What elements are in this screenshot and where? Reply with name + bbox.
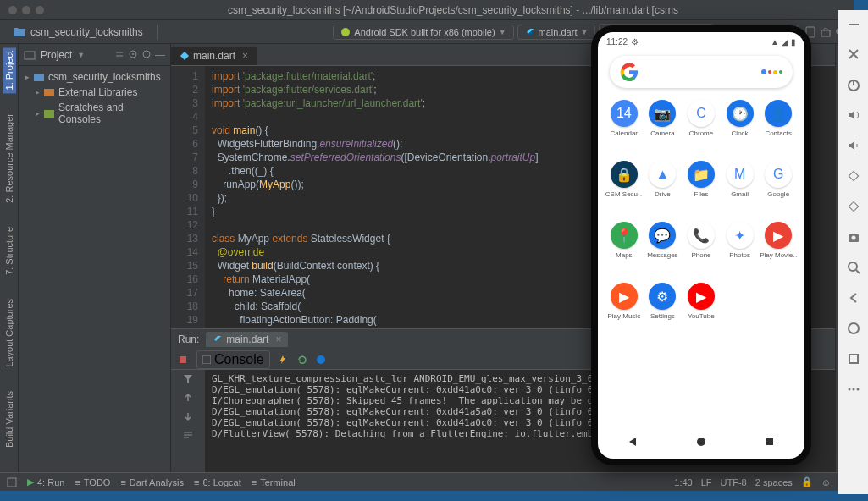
rail-tab--structure[interactable]: 7: Structure <box>3 223 16 278</box>
lib-icon <box>43 86 55 98</box>
close-window-button[interactable] <box>8 6 17 14</box>
app-label: Google <box>767 190 789 198</box>
home-button[interactable] <box>695 436 707 448</box>
title-bar: csm_security_locksmiths [~/AndroidStudio… <box>0 0 854 20</box>
svg-rect-17 <box>180 356 186 363</box>
traffic-lights <box>0 6 53 14</box>
console-tab[interactable]: Console <box>196 350 270 369</box>
sdk-manager-button[interactable] <box>820 26 832 38</box>
device-dropdown[interactable]: Android SDK built for x86 (mobile) ▼ <box>333 25 513 40</box>
maximize-window-button[interactable] <box>36 6 44 14</box>
app-maps[interactable]: 📍Maps <box>605 222 644 279</box>
lock-icon[interactable]: 🔒 <box>801 476 813 487</box>
camera-icon <box>846 229 861 245</box>
app-youtube[interactable]: ▶YouTube <box>682 283 721 340</box>
app-files[interactable]: 📁Files <box>682 161 721 218</box>
filter-icon[interactable] <box>182 373 194 385</box>
project-panel-header[interactable]: Project ▼ — <box>19 44 170 66</box>
emulator-screen[interactable]: 11:22 ⚙ ▲ ◢ ▮ 14Calendar📷CameraCChrome🕐C… <box>598 32 804 459</box>
face-icon[interactable]: ☺ <box>821 477 831 487</box>
app-phone[interactable]: 📞Phone <box>682 222 721 279</box>
restart-icon[interactable] <box>297 355 307 365</box>
app-settings[interactable]: ⚙Settings <box>644 283 683 340</box>
google-search-bar[interactable] <box>610 56 793 88</box>
console-icon <box>202 355 211 364</box>
minimize-window-button[interactable] <box>22 6 30 14</box>
app-camera[interactable]: 📷Camera <box>644 100 683 157</box>
aim-icon[interactable] <box>128 49 138 59</box>
app-csm-secu-[interactable]: 🔒CSM Secu… <box>605 161 644 218</box>
close-icon[interactable]: × <box>275 333 281 345</box>
hide-panel-button[interactable]: — <box>155 49 165 61</box>
rail-tab-layout-captures[interactable]: Layout Captures <box>3 295 16 371</box>
emu-tool-more[interactable] <box>845 381 862 398</box>
devtools-icon[interactable] <box>316 355 326 365</box>
status-info[interactable]: 1:40 <box>674 477 692 487</box>
emu-tool-rotate-left[interactable] <box>845 168 862 184</box>
tool-windows-icon[interactable] <box>7 477 17 487</box>
emu-tool-rotate-right[interactable] <box>845 198 862 215</box>
app-chrome[interactable]: CChrome <box>682 100 721 157</box>
app-photos[interactable]: ✦Photos <box>721 222 760 279</box>
emu-tool-overview[interactable] <box>845 350 862 367</box>
gear-icon[interactable] <box>141 49 152 59</box>
emu-tool-power[interactable] <box>845 76 862 93</box>
stop-icon[interactable] <box>178 355 188 365</box>
status-info[interactable]: LF <box>701 477 712 487</box>
status-tab--run[interactable]: ▶ 4: Run <box>27 476 64 487</box>
emu-tool-back[interactable] <box>845 289 862 306</box>
status-tab-dart-analysis[interactable]: ≡ Dart Analysis <box>120 476 184 487</box>
back-button[interactable] <box>627 436 639 448</box>
app-calendar[interactable]: 14Calendar <box>605 100 644 157</box>
emu-tool-volume-up[interactable] <box>845 107 862 124</box>
up-icon[interactable] <box>182 392 194 404</box>
tree-item[interactable]: ▸External Libraries <box>22 85 167 100</box>
app-play-music[interactable]: ▶Play Music <box>605 283 644 340</box>
emu-tool-zoom[interactable] <box>845 259 862 276</box>
chevron-down-icon: ▼ <box>580 28 588 36</box>
down-icon[interactable] <box>182 410 194 422</box>
back-icon <box>846 290 861 306</box>
android-status-bar: 11:22 ⚙ ▲ ◢ ▮ <box>598 32 804 51</box>
assistant-icon[interactable] <box>761 69 782 74</box>
rail-tab-build-variants[interactable]: Build Variants <box>3 388 16 451</box>
rail-tab--project[interactable]: 1: Project <box>3 47 16 93</box>
collapse-icon[interactable] <box>114 49 124 59</box>
app-gmail[interactable]: MGmail <box>721 161 760 218</box>
file-tab-main[interactable]: main.dart × <box>171 47 257 65</box>
app-google[interactable]: GGoogle <box>759 161 798 218</box>
overview-button[interactable] <box>764 436 776 448</box>
app-label: Photos <box>729 251 750 259</box>
status-info[interactable]: UTF-8 <box>721 477 747 487</box>
wrap-icon[interactable] <box>182 429 194 441</box>
app-label: Gmail <box>731 190 749 198</box>
close-tab-icon[interactable]: × <box>242 50 248 62</box>
app-contacts[interactable]: 👤Contacts <box>759 100 798 157</box>
emu-tool-minimize[interactable] <box>845 15 862 32</box>
status-info[interactable]: 2 spaces <box>755 477 793 487</box>
rail-tab--resource-manager[interactable]: 2: Resource Manager <box>3 110 16 206</box>
tree-item[interactable]: ▸csm_security_locksmiths <box>22 69 167 85</box>
svg-point-33 <box>856 388 859 391</box>
app-icon: G <box>765 161 792 188</box>
app-play-movie-[interactable]: ▶Play Movie… <box>759 222 798 279</box>
run-tab[interactable]: main.dart × <box>206 332 288 347</box>
svg-point-31 <box>848 388 850 391</box>
lightning-icon[interactable] <box>279 355 289 365</box>
emu-tool-camera[interactable] <box>845 228 862 245</box>
status-tab-terminal[interactable]: ≡ Terminal <box>252 476 296 487</box>
svg-rect-10 <box>25 52 35 59</box>
emu-tool-home[interactable] <box>845 320 862 337</box>
app-icon: ▲ <box>649 161 676 188</box>
tree-item[interactable]: ▸Scratches and Consoles <box>22 100 167 127</box>
app-drive[interactable]: ▲Drive <box>644 161 683 218</box>
emu-tool-volume-down[interactable] <box>845 137 862 154</box>
run-config-dropdown[interactable]: main.dart ▼ <box>517 25 596 40</box>
project-breadcrumb[interactable]: csm_security_locksmiths <box>7 26 150 38</box>
emu-tool-close[interactable] <box>845 46 862 63</box>
status-tab--logcat[interactable]: ≡ 6: Logcat <box>194 476 241 487</box>
app-clock[interactable]: 🕐Clock <box>721 100 760 157</box>
app-messages[interactable]: 💬Messages <box>644 222 683 279</box>
status-tab-todo[interactable]: ≡ TODO <box>75 476 110 487</box>
settings-indicator-icon: ⚙ <box>631 37 639 47</box>
